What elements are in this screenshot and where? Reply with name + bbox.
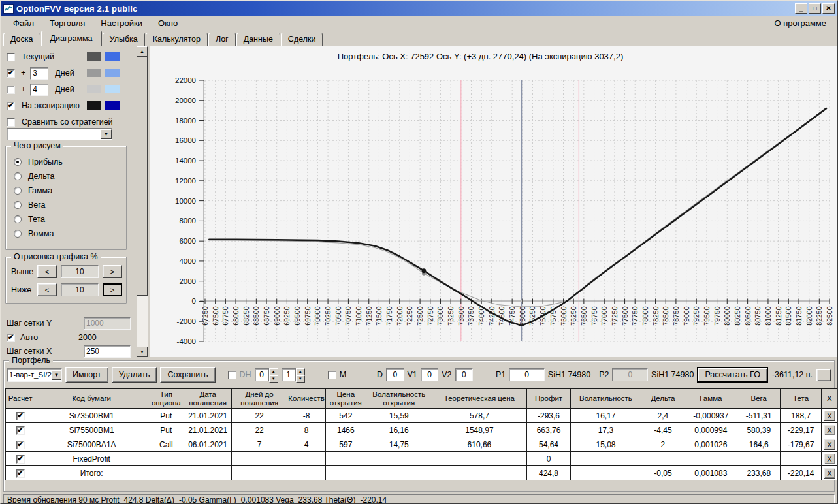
table-row[interactable]: Итого:424,8-0,050,001083233,68-220,14X xyxy=(6,466,838,480)
radio-icon[interactable] xyxy=(14,158,22,166)
row-delete-button[interactable]: X xyxy=(824,424,835,435)
row-delete-button[interactable]: X xyxy=(824,410,835,421)
col-header-Количество[interactable]: Количество xyxy=(287,389,325,409)
spin-down-icon[interactable]: ▼ xyxy=(296,375,305,383)
col-header-Теоретическая цена[interactable]: Теоретическая цена xyxy=(432,389,527,409)
below-percent-input[interactable]: 10 xyxy=(61,283,99,296)
table-row[interactable]: Si73500BM1Put21.01.202122-854215,59578,7… xyxy=(6,409,838,423)
table-row[interactable]: Si75000BA1ACall06.01.20217459714,75610,6… xyxy=(6,437,838,452)
col-header-Цена открытия[interactable]: Цена открытия xyxy=(325,389,366,409)
spin-down-icon[interactable]: ▼ xyxy=(269,375,278,383)
portfolio-chart[interactable]: -4000-2000020004000600080001000012000140… xyxy=(150,46,836,358)
decrease-above-button[interactable]: < xyxy=(37,265,57,278)
series-checkbox-3[interactable] xyxy=(7,102,15,110)
col-header-Дней до погашения[interactable]: Дней до погашения xyxy=(231,389,287,409)
col-header-Расчет[interactable]: Расчет xyxy=(6,389,35,409)
above-percent-input[interactable]: 10 xyxy=(61,265,99,278)
table-row[interactable]: Si75500BM1Put21.01.2021228146616,161548,… xyxy=(6,423,838,437)
chevron-down-icon[interactable]: ▼ xyxy=(52,370,61,380)
row-calc-checkbox[interactable] xyxy=(16,455,25,464)
p1-input[interactable]: 0 xyxy=(509,368,545,381)
save-button[interactable]: Сохранить xyxy=(160,367,215,383)
col-header-Дельта[interactable]: Дельта xyxy=(641,389,685,409)
radio-icon[interactable] xyxy=(14,230,22,238)
col-header-Волатильность[interactable]: Волатильность xyxy=(570,389,641,409)
spin-up-icon[interactable]: ▲ xyxy=(269,368,278,375)
chevron-down-icon[interactable]: ▼ xyxy=(101,129,112,139)
m-checkbox[interactable] xyxy=(328,371,336,379)
dh-spinner-2[interactable]: 1 ▲▼ xyxy=(282,368,305,381)
close-icon[interactable]: ✕ xyxy=(822,3,835,14)
days-input-2[interactable]: 4 xyxy=(30,84,48,96)
series-checkbox-0[interactable] xyxy=(7,53,15,61)
settings-scrollbar[interactable]: ▲ ▼ xyxy=(137,46,148,357)
series-checkbox-1[interactable] xyxy=(7,69,15,78)
col-header-Вега[interactable]: Вега xyxy=(737,389,781,409)
col-header-Код бумаги[interactable]: Код бумаги xyxy=(35,389,148,409)
row-calc-checkbox[interactable] xyxy=(16,412,25,420)
draw-option-Прибыль[interactable]: Прибыль xyxy=(14,157,63,167)
radio-icon[interactable] xyxy=(14,172,22,180)
menu-item-Окно[interactable]: Окно xyxy=(150,17,185,29)
draw-option-Вега[interactable]: Вега xyxy=(14,200,46,210)
row-calc-checkbox[interactable] xyxy=(16,469,25,478)
delete-button[interactable]: Удалить xyxy=(112,367,157,383)
radio-icon[interactable] xyxy=(14,201,22,209)
row-calc-checkbox[interactable] xyxy=(16,441,25,449)
tab-Диаграмма[interactable]: Диаграмма xyxy=(41,31,102,46)
radio-icon[interactable] xyxy=(14,215,22,223)
menu-item-Настройки[interactable]: Настройки xyxy=(93,17,150,29)
strategy-select[interactable]: ▼ xyxy=(7,128,112,140)
col-header-Тип опциона[interactable]: Тип опциона xyxy=(148,389,184,409)
row-delete-button[interactable]: X xyxy=(824,453,835,464)
draw-option-Гамма[interactable]: Гамма xyxy=(14,185,52,196)
calculate-margin-button[interactable]: Рассчитать ГО xyxy=(697,367,768,383)
draw-option-Вомма[interactable]: Вомма xyxy=(14,228,54,239)
radio-icon[interactable] xyxy=(14,187,22,195)
variant-select[interactable]: 1-вар-т_SI/2 ▼ xyxy=(7,368,62,382)
d-input[interactable]: 0 xyxy=(386,368,404,381)
dh-spinner-1[interactable]: 0 ▲▼ xyxy=(255,368,278,381)
minimize-icon[interactable]: _ xyxy=(795,3,807,14)
import-button[interactable]: Импорт xyxy=(65,367,108,383)
row-delete-button[interactable]: X xyxy=(824,439,835,450)
menu-item-Файл[interactable]: Файл xyxy=(5,17,42,29)
tab-Сделки[interactable]: Сделки xyxy=(281,33,323,46)
col-header-Волатильность открытия[interactable]: Волатильность открытия xyxy=(366,389,432,409)
maximize-icon[interactable]: □ xyxy=(809,3,821,14)
titlebar[interactable]: OptionFVV версия 2.1 public _ □ ✕ xyxy=(1,1,837,16)
spin-up-icon[interactable]: ▲ xyxy=(296,368,305,375)
col-header-Гамма[interactable]: Гамма xyxy=(685,389,737,409)
tab-Данные[interactable]: Данные xyxy=(236,33,280,46)
col-header-Дата погашения[interactable]: Дата погашения xyxy=(184,389,231,409)
decrease-below-button[interactable]: < xyxy=(37,283,57,296)
dh-checkbox[interactable] xyxy=(228,371,236,379)
tab-Калькулятор[interactable]: Калькулятор xyxy=(146,33,208,46)
scrollbar-thumb[interactable] xyxy=(137,57,148,296)
v2-input[interactable]: 0 xyxy=(455,368,473,381)
tab-Лог[interactable]: Лог xyxy=(208,33,236,46)
scroll-up-icon[interactable]: ▲ xyxy=(137,46,148,57)
p2-input[interactable]: 0 xyxy=(612,368,648,381)
collapse-panel-button[interactable] xyxy=(816,369,831,381)
draw-option-Дельта[interactable]: Дельта xyxy=(14,171,54,181)
tab-Доска[interactable]: Доска xyxy=(3,33,40,46)
grid-step-x-input[interactable]: 250 xyxy=(84,345,131,358)
grid-step-y-input[interactable]: 1000 xyxy=(84,317,131,330)
tab-Улыбка[interactable]: Улыбка xyxy=(103,33,145,46)
col-header-X[interactable]: X xyxy=(821,389,837,409)
scroll-down-icon[interactable]: ▼ xyxy=(137,347,148,357)
menu-item-Торговля[interactable]: Торговля xyxy=(42,17,93,29)
increase-below-button[interactable]: > xyxy=(103,283,122,296)
auto-grid-checkbox[interactable] xyxy=(7,334,15,342)
row-calc-checkbox[interactable] xyxy=(16,426,25,435)
series-checkbox-4[interactable] xyxy=(7,118,15,127)
table-row[interactable]: FixedProfit0X xyxy=(6,452,838,466)
draw-option-Тета[interactable]: Тета xyxy=(14,214,45,225)
row-delete-button[interactable]: X xyxy=(824,467,835,479)
menu-item-about[interactable]: О программе xyxy=(766,17,837,29)
series-checkbox-2[interactable] xyxy=(7,86,15,94)
v1-input[interactable]: 0 xyxy=(421,368,438,381)
days-input-1[interactable]: 3 xyxy=(30,67,48,80)
col-header-Профит[interactable]: Профит xyxy=(527,389,570,409)
